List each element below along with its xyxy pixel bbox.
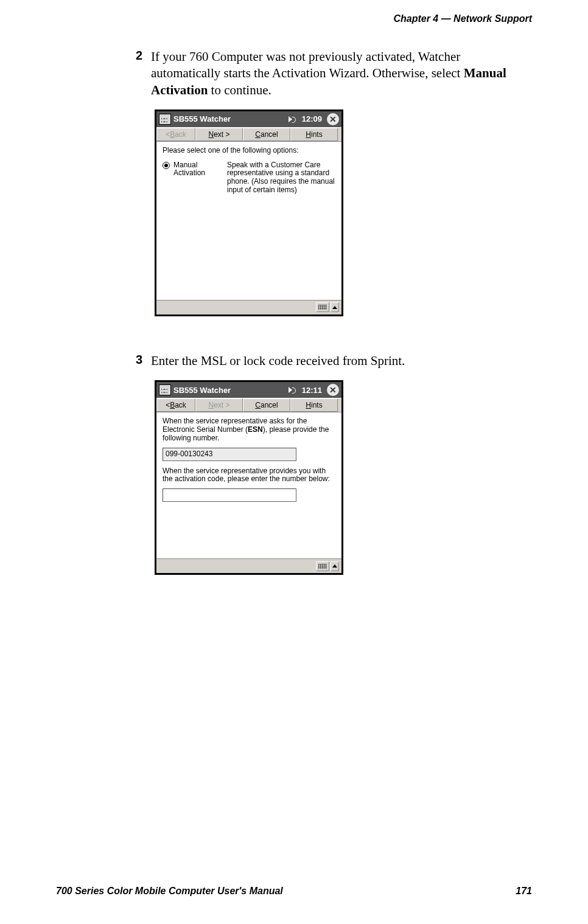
back-prefix: < <box>166 401 170 409</box>
titlebar-2: SB555 Watcher 12:11 ✕ <box>156 382 341 398</box>
radio-manual-activation[interactable]: Manual Activation <box>163 161 216 195</box>
next-underline: N <box>208 130 214 139</box>
bottombar-1 <box>156 300 341 314</box>
step-2-text-after: to continue. <box>208 83 271 97</box>
page-content: 2 If your 760 Computer was not previousl… <box>134 49 532 611</box>
cancel-suffix: ancel <box>261 401 278 409</box>
hints-suffix: ints <box>311 130 323 139</box>
next-button-2: Next > <box>195 398 243 412</box>
cancel-button-2[interactable]: Cancel <box>243 398 290 412</box>
hints-underline: H <box>306 130 311 139</box>
body-2: When the service representative asks for… <box>156 412 341 558</box>
footer-page-number: 171 <box>516 886 532 897</box>
esn-instruction: When the service representative asks for… <box>163 417 335 442</box>
step-3-number: 3 <box>134 353 142 369</box>
esn-bold: ESN <box>248 425 263 434</box>
keyboard-icon[interactable] <box>316 302 329 312</box>
body-1: Please select one of the following optio… <box>156 142 341 300</box>
pocketpc-window-2: SB555 Watcher 12:11 ✕ < Back Next > Canc… <box>155 380 343 575</box>
radio-row: Manual Activation Speak with a Customer … <box>163 161 335 195</box>
back-suffix: ack <box>175 401 186 409</box>
close-icon[interactable]: ✕ <box>327 384 339 396</box>
next-button-1[interactable]: Next > <box>195 128 243 141</box>
page-header-chapter: Chapter 4 — Network Support <box>393 13 532 24</box>
step-3-text: Enter the MSL or lock code received from… <box>151 353 405 369</box>
cancel-button-1[interactable]: Cancel <box>243 128 290 141</box>
back-underline: B <box>170 130 175 139</box>
footer-manual-title: 700 Series Color Mobile Computer User's … <box>56 886 283 897</box>
hints-suffix: ints <box>311 401 323 409</box>
instruction-1: Please select one of the following optio… <box>163 147 335 155</box>
back-prefix: < <box>166 130 170 139</box>
toolbar-1: < Back Next > Cancel Hints <box>156 127 341 142</box>
screenshot-2-container: SB555 Watcher 12:11 ✕ < Back Next > Canc… <box>155 380 532 575</box>
back-button-2[interactable]: < Back <box>156 398 195 412</box>
cancel-suffix: ancel <box>261 130 278 139</box>
start-flag-icon[interactable] <box>159 114 171 125</box>
window-title-2: SB555 Watcher <box>173 386 286 395</box>
radio-label: Manual Activation <box>173 161 216 178</box>
bottombar-2 <box>156 558 341 573</box>
cancel-underline: C <box>255 130 261 139</box>
back-button-1: < Back <box>156 128 195 141</box>
titlebar-1: SB555 Watcher 12:09 ✕ <box>156 111 341 127</box>
step-2-text-before: If your 760 Computer was not previously … <box>151 49 464 80</box>
next-suffix: ext > <box>214 130 229 139</box>
keyboard-icon[interactable] <box>316 561 329 571</box>
step-2-number: 2 <box>134 49 142 99</box>
pocketpc-window-1: SB555 Watcher 12:09 ✕ < Back Next > Canc… <box>155 109 343 316</box>
hints-underline: H <box>306 401 311 409</box>
step-3: 3 Enter the MSL or lock code received fr… <box>134 353 532 369</box>
esn-field[interactable]: 099-00130243 <box>163 448 296 461</box>
next-underline: N <box>208 401 214 409</box>
back-suffix: ack <box>175 130 186 139</box>
volume-icon[interactable] <box>289 115 297 123</box>
window-title-1: SB555 Watcher <box>173 114 286 123</box>
radio-description: Speak with a Customer Care representativ… <box>227 161 335 195</box>
volume-icon[interactable] <box>289 386 297 394</box>
step-2: 2 If your 760 Computer was not previousl… <box>134 49 532 99</box>
activation-code-field[interactable] <box>163 488 296 502</box>
arrow-up-icon[interactable] <box>331 302 339 312</box>
next-suffix: ext > <box>214 401 229 409</box>
clock-1[interactable]: 12:09 <box>302 114 322 123</box>
toolbar-2: < Back Next > Cancel Hints <box>156 398 341 412</box>
hints-button-2[interactable]: Hints <box>290 398 338 412</box>
close-icon[interactable]: ✕ <box>327 113 339 125</box>
clock-2[interactable]: 12:11 <box>302 386 322 395</box>
arrow-up-icon[interactable] <box>331 561 339 571</box>
hints-button-1[interactable]: Hints <box>290 128 338 141</box>
page-footer: 700 Series Color Mobile Computer User's … <box>56 886 532 897</box>
step-2-text: If your 760 Computer was not previously … <box>151 49 532 99</box>
start-flag-icon[interactable] <box>159 384 171 395</box>
back-underline: B <box>170 401 175 409</box>
cancel-underline: C <box>255 401 261 409</box>
screenshot-1-container: SB555 Watcher 12:09 ✕ < Back Next > Canc… <box>155 109 532 316</box>
activation-code-instruction: When the service representative provides… <box>163 467 335 484</box>
radio-selected-icon <box>163 162 170 169</box>
